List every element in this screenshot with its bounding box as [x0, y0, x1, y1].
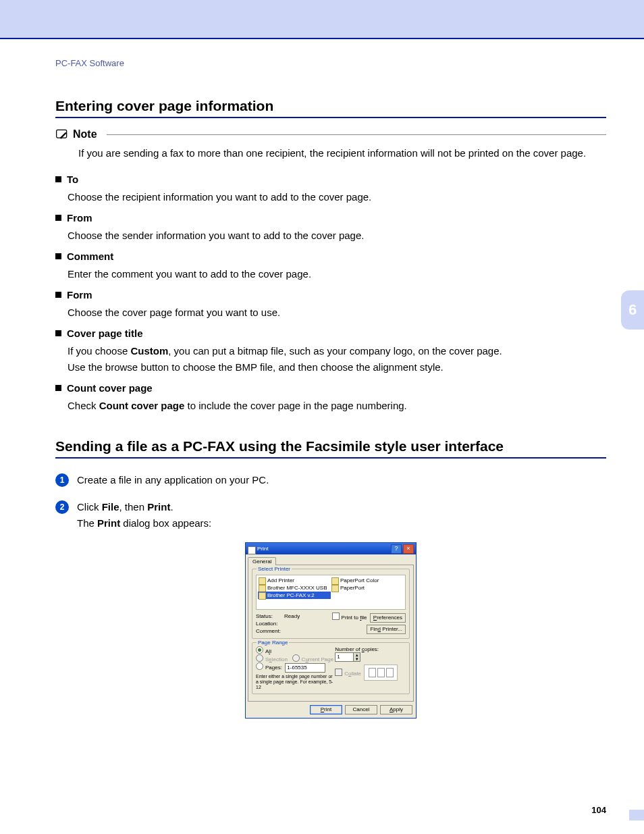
step-1: 1 Create a file in any application on yo… — [55, 472, 606, 488]
pages-hint: Enter either a single page number or a s… — [256, 674, 335, 690]
bullet-icon — [55, 253, 61, 259]
section-divider — [55, 457, 606, 459]
note-label: Note — [73, 128, 97, 140]
note-head: Note — [55, 128, 606, 141]
def-ccp-text: Check Count cover page to include the co… — [68, 398, 606, 414]
s2a: Click — [77, 501, 102, 513]
printer-p1[interactable]: Brother MFC-XXXX USB Printer — [258, 584, 331, 592]
s2b: File — [102, 501, 119, 513]
def-count-cp: Count cover page Check Count cover page … — [55, 382, 606, 414]
step-2-text: Click File, then Print. The Print dialog… — [77, 499, 211, 531]
radio-all[interactable] — [256, 646, 263, 654]
radio-selection-label: Selection — [265, 656, 288, 662]
def-from-head: From — [67, 212, 92, 224]
collate-icon — [364, 664, 398, 681]
step-1-text: Create a file in any application on your… — [77, 472, 269, 488]
note-pencil-icon — [55, 128, 69, 141]
printer-pp[interactable]: PaperPort — [331, 584, 404, 592]
copies-value[interactable]: 1 — [335, 652, 354, 662]
def-comment-text: Enter the comment you want to add to the… — [68, 266, 606, 282]
print-to-file-label: Print to file — [342, 615, 367, 621]
bullet-icon — [55, 215, 61, 221]
help-button[interactable]: ? — [391, 544, 402, 554]
page-number: 104 — [591, 805, 606, 815]
collate-label: Collate — [344, 671, 361, 677]
comment-label: Comment: — [256, 627, 284, 635]
s2d: Print — [147, 501, 170, 513]
status-value: Ready — [284, 613, 300, 619]
def-form-head: Form — [67, 289, 92, 301]
def-cpt-text1: If you choose Custom, you can put a bitm… — [68, 343, 606, 359]
tab-general[interactable]: General — [248, 557, 276, 565]
note-block: Note If you are sending a fax to more th… — [55, 128, 606, 161]
radio-current — [292, 654, 300, 662]
radio-all-label: All — [265, 648, 271, 654]
spin-down-icon[interactable]: ▼ — [354, 657, 360, 661]
def-form: Form Choose the cover page format you wa… — [55, 289, 606, 321]
group-page-range: Page Range All Selection Current Page Pa… — [252, 642, 410, 694]
dialog-buttons: Print Cancel Apply — [246, 702, 416, 718]
content: PC-FAX Software Entering cover page info… — [0, 39, 644, 719]
bullet-icon — [55, 330, 61, 336]
def-cpt-t1c: , you can put a bitmap file, such as you… — [168, 345, 502, 357]
tab-strip: General — [246, 554, 416, 565]
radio-pages[interactable] — [256, 662, 263, 670]
status-label: Status: — [256, 613, 284, 620]
apply-button[interactable]: Apply — [380, 705, 412, 714]
s2e: . — [170, 501, 173, 513]
dialog-title-wrap: Print — [248, 546, 391, 552]
bullet-icon — [55, 176, 61, 182]
def-form-text: Choose the cover page format you want to… — [68, 305, 606, 321]
def-cpt-t1b: Custom — [130, 345, 168, 357]
def-from-text: Choose the sender information you want t… — [68, 228, 606, 244]
def-cpt-text2: Use the browse button to choose the BMP … — [68, 359, 606, 375]
section2-title: Sending a file as a PC-FAX using the Fac… — [55, 438, 606, 454]
printer-p2[interactable]: Brother PC-FAX v.2 — [258, 592, 331, 599]
note-text: If you are sending a fax to more than on… — [78, 145, 606, 161]
def-to-text: Choose the recipient information you wan… — [68, 189, 606, 205]
s2h: dialog box appears: — [120, 517, 211, 529]
footer-accent — [629, 810, 644, 820]
printer-actions: Print to file Preferences Find Printer..… — [332, 613, 406, 635]
print-button[interactable]: Print — [310, 705, 342, 714]
chapter-tab-number: 6 — [628, 301, 637, 319]
location-label: Location: — [256, 620, 284, 627]
top-accent-bar — [0, 0, 644, 38]
tab-body: Select Printer Add Printer Brother MFC-X… — [248, 565, 414, 702]
note-line — [107, 134, 606, 135]
printer-icon — [248, 546, 256, 554]
step-marker-1: 1 — [55, 473, 69, 487]
s2g: Print — [97, 517, 120, 529]
def-comment: Comment Enter the comment you want to ad… — [55, 251, 606, 282]
range-right: Number of copies: 1▲▼ Collate — [335, 646, 406, 690]
collate-checkbox — [335, 669, 342, 676]
group-range-legend: Page Range — [257, 640, 289, 646]
group-select-legend: Select Printer — [257, 566, 292, 572]
copies-label: Number of copies: — [335, 646, 379, 652]
close-button[interactable]: × — [403, 544, 414, 554]
section1-title: Entering cover page information — [55, 98, 606, 114]
printers-list[interactable]: Add Printer Brother MFC-XXXX USB Printer… — [256, 575, 406, 610]
steps-list: 1 Create a file in any application on yo… — [55, 472, 606, 531]
dialog-screenshot: Print ? × General Select Printer — [55, 542, 606, 719]
cancel-button[interactable]: Cancel — [345, 705, 377, 714]
def-from: From Choose the sender information you w… — [55, 212, 606, 244]
printer-add[interactable]: Add Printer — [258, 577, 331, 584]
step-marker-2: 2 — [55, 500, 69, 514]
print-to-file-checkbox[interactable] — [332, 613, 340, 620]
def-cpt-head: Cover page title — [67, 328, 143, 339]
print-dialog: Print ? × General Select Printer — [245, 542, 417, 719]
dialog-title: Print — [257, 546, 268, 552]
chapter-tab: 6 — [621, 290, 644, 330]
def-ccp-head: Count cover page — [67, 382, 153, 394]
find-printer-button[interactable]: Find Printer... — [367, 625, 406, 634]
printer-pp-color[interactable]: PaperPort Color — [331, 577, 404, 584]
def-cpt-t1a: If you choose — [68, 345, 130, 357]
pages-input[interactable]: 1-65535 — [285, 663, 325, 673]
definition-list: To Choose the recipient information you … — [55, 174, 606, 414]
step-2: 2 Click File, then Print. The Print dial… — [55, 499, 606, 531]
preferences-button[interactable]: Preferences — [370, 613, 406, 623]
def-cover-title: Cover page title If you choose Custom, y… — [55, 328, 606, 375]
copies-spinner[interactable]: 1▲▼ — [335, 652, 360, 662]
radio-current-label: Current Page — [302, 656, 334, 662]
